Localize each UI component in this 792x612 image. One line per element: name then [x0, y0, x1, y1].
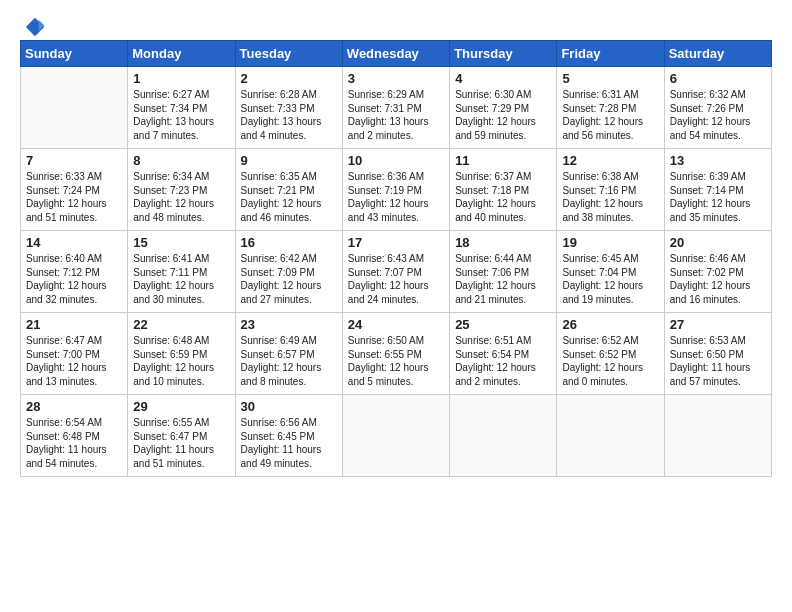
day-number: 28 [26, 399, 122, 414]
cell-text-line: Daylight: 12 hours [26, 197, 122, 211]
cell-text-line: Sunrise: 6:49 AM [241, 334, 337, 348]
cell-text-line: Sunrise: 6:46 AM [670, 252, 766, 266]
cell-text-line: Sunrise: 6:30 AM [455, 88, 551, 102]
cell-text-line: and 40 minutes. [455, 211, 551, 225]
cell-text-line: Sunrise: 6:52 AM [562, 334, 658, 348]
cell-text-line: Sunset: 7:06 PM [455, 266, 551, 280]
cell-text-line: Daylight: 12 hours [241, 279, 337, 293]
day-number: 16 [241, 235, 337, 250]
day-number: 14 [26, 235, 122, 250]
day-number: 29 [133, 399, 229, 414]
day-cell: 13Sunrise: 6:39 AMSunset: 7:14 PMDayligh… [664, 149, 771, 231]
day-cell: 4Sunrise: 6:30 AMSunset: 7:29 PMDaylight… [450, 67, 557, 149]
cell-text-line: Daylight: 12 hours [670, 115, 766, 129]
cell-text-line: Daylight: 12 hours [348, 279, 444, 293]
cell-text-line: Sunset: 6:48 PM [26, 430, 122, 444]
cell-text-line: Sunset: 7:00 PM [26, 348, 122, 362]
cell-text-line: Sunrise: 6:31 AM [562, 88, 658, 102]
day-cell: 8Sunrise: 6:34 AMSunset: 7:23 PMDaylight… [128, 149, 235, 231]
cell-text-line: and 57 minutes. [670, 375, 766, 389]
cell-text-line: Daylight: 12 hours [562, 279, 658, 293]
day-cell: 28Sunrise: 6:54 AMSunset: 6:48 PMDayligh… [21, 395, 128, 477]
cell-text-line: Sunset: 7:16 PM [562, 184, 658, 198]
header-cell-sunday: Sunday [21, 41, 128, 67]
header-row: SundayMondayTuesdayWednesdayThursdayFrid… [21, 41, 772, 67]
cell-text-line: Sunset: 7:19 PM [348, 184, 444, 198]
cell-text-line: and 43 minutes. [348, 211, 444, 225]
cell-text-line: and 2 minutes. [348, 129, 444, 143]
cell-text-line: Daylight: 12 hours [455, 115, 551, 129]
cell-text-line: Daylight: 12 hours [348, 361, 444, 375]
day-cell: 7Sunrise: 6:33 AMSunset: 7:24 PMDaylight… [21, 149, 128, 231]
cell-text-line: and 5 minutes. [348, 375, 444, 389]
cell-text-line: Sunrise: 6:55 AM [133, 416, 229, 430]
day-number: 5 [562, 71, 658, 86]
cell-text-line: Sunrise: 6:40 AM [26, 252, 122, 266]
cell-text-line: and 13 minutes. [26, 375, 122, 389]
cell-text-line: and 48 minutes. [133, 211, 229, 225]
cell-text-line: Sunset: 6:45 PM [241, 430, 337, 444]
cell-text-line: Sunset: 7:33 PM [241, 102, 337, 116]
cell-text-line: Daylight: 12 hours [670, 279, 766, 293]
cell-text-line: Sunrise: 6:48 AM [133, 334, 229, 348]
cell-text-line: Sunrise: 6:53 AM [670, 334, 766, 348]
cell-text-line: Sunset: 7:26 PM [670, 102, 766, 116]
header-cell-saturday: Saturday [664, 41, 771, 67]
cell-text-line: Sunrise: 6:51 AM [455, 334, 551, 348]
cell-text-line: Sunset: 7:18 PM [455, 184, 551, 198]
cell-text-line: Daylight: 12 hours [26, 279, 122, 293]
day-number: 18 [455, 235, 551, 250]
cell-text-line: Daylight: 12 hours [241, 197, 337, 211]
day-number: 15 [133, 235, 229, 250]
day-number: 13 [670, 153, 766, 168]
cell-text-line: and 7 minutes. [133, 129, 229, 143]
day-number: 27 [670, 317, 766, 332]
cell-text-line: Daylight: 12 hours [133, 361, 229, 375]
day-number: 22 [133, 317, 229, 332]
day-number: 8 [133, 153, 229, 168]
day-number: 12 [562, 153, 658, 168]
cell-text-line: Daylight: 12 hours [133, 279, 229, 293]
day-cell [342, 395, 449, 477]
cell-text-line: Sunset: 7:04 PM [562, 266, 658, 280]
day-cell: 6Sunrise: 6:32 AMSunset: 7:26 PMDaylight… [664, 67, 771, 149]
cell-text-line: Sunset: 6:47 PM [133, 430, 229, 444]
cell-text-line: and 30 minutes. [133, 293, 229, 307]
day-cell: 5Sunrise: 6:31 AMSunset: 7:28 PMDaylight… [557, 67, 664, 149]
logo-icon [24, 16, 46, 38]
day-cell: 18Sunrise: 6:44 AMSunset: 7:06 PMDayligh… [450, 231, 557, 313]
day-cell: 1Sunrise: 6:27 AMSunset: 7:34 PMDaylight… [128, 67, 235, 149]
cell-text-line: Sunrise: 6:41 AM [133, 252, 229, 266]
cell-text-line: Daylight: 11 hours [241, 443, 337, 457]
cell-text-line: and 21 minutes. [455, 293, 551, 307]
cell-text-line: and 46 minutes. [241, 211, 337, 225]
header [20, 16, 772, 32]
cell-text-line: Sunset: 7:14 PM [670, 184, 766, 198]
day-cell: 21Sunrise: 6:47 AMSunset: 7:00 PMDayligh… [21, 313, 128, 395]
day-cell: 12Sunrise: 6:38 AMSunset: 7:16 PMDayligh… [557, 149, 664, 231]
cell-text-line: and 49 minutes. [241, 457, 337, 471]
day-cell [557, 395, 664, 477]
cell-text-line: Sunset: 6:50 PM [670, 348, 766, 362]
day-cell [21, 67, 128, 149]
day-cell: 9Sunrise: 6:35 AMSunset: 7:21 PMDaylight… [235, 149, 342, 231]
day-cell: 11Sunrise: 6:37 AMSunset: 7:18 PMDayligh… [450, 149, 557, 231]
cell-text-line: and 4 minutes. [241, 129, 337, 143]
day-number: 7 [26, 153, 122, 168]
cell-text-line: Daylight: 12 hours [455, 197, 551, 211]
cell-text-line: and 51 minutes. [26, 211, 122, 225]
cell-text-line: Daylight: 12 hours [455, 361, 551, 375]
cell-text-line: Sunrise: 6:39 AM [670, 170, 766, 184]
cell-text-line: Sunrise: 6:43 AM [348, 252, 444, 266]
cell-text-line: Daylight: 12 hours [348, 197, 444, 211]
header-cell-thursday: Thursday [450, 41, 557, 67]
cell-text-line: Daylight: 11 hours [133, 443, 229, 457]
cell-text-line: Sunset: 6:52 PM [562, 348, 658, 362]
cell-text-line: and 32 minutes. [26, 293, 122, 307]
cell-text-line: Daylight: 13 hours [348, 115, 444, 129]
cell-text-line: Sunrise: 6:42 AM [241, 252, 337, 266]
cell-text-line: Sunrise: 6:44 AM [455, 252, 551, 266]
cell-text-line: Sunset: 6:54 PM [455, 348, 551, 362]
cell-text-line: Sunrise: 6:56 AM [241, 416, 337, 430]
cell-text-line: and 35 minutes. [670, 211, 766, 225]
